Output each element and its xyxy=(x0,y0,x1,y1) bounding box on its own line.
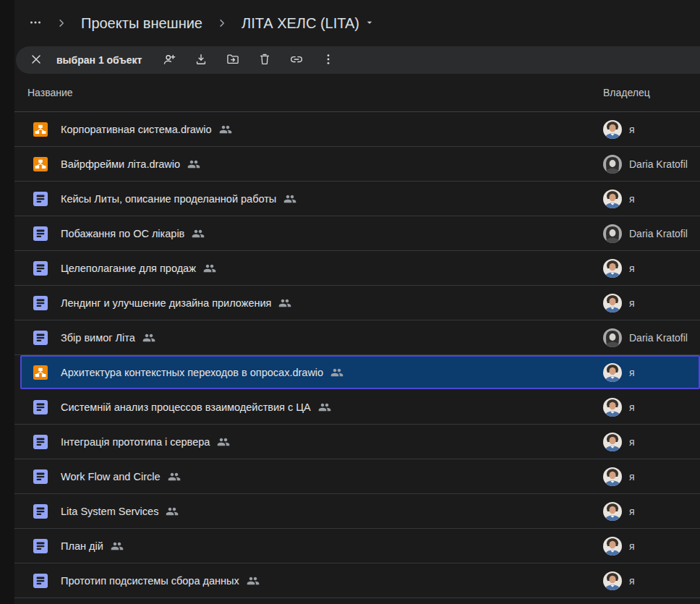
owner-name: я xyxy=(629,367,635,378)
move-to-folder-button[interactable] xyxy=(221,48,244,72)
table-row[interactable]: Кейсы Литы, описание проделанной работыя xyxy=(14,182,700,216)
file-name: Побажання по ОС лікарів xyxy=(61,228,184,239)
shared-people-icon xyxy=(278,297,291,310)
file-name: Вайрфрейми літа.drawio xyxy=(61,158,180,170)
folder-move-icon xyxy=(226,52,240,69)
owner-avatar xyxy=(603,467,622,486)
shared-people-icon xyxy=(192,227,205,240)
table-header: Название Владелец xyxy=(14,74,700,112)
shared-people-icon xyxy=(283,192,296,205)
owner-name: я xyxy=(629,297,635,309)
owner-cell: Daria Kratofil xyxy=(600,155,700,174)
doc-file-icon xyxy=(33,539,48,553)
owner-cell: я xyxy=(600,120,700,139)
shared-people-icon xyxy=(142,331,155,344)
more-actions-button[interactable] xyxy=(317,48,340,72)
owner-cell: Daria Kratofil xyxy=(600,328,700,347)
owner-name: я xyxy=(629,506,635,517)
current-folder-label: ЛІТА ХЕЛС (LITA) xyxy=(242,15,359,32)
breadcrumb: Проекты внешние ЛІТА ХЕЛС (LITA) xyxy=(14,0,700,46)
selection-toolbar-wrap: выбран 1 объект xyxy=(14,46,700,74)
close-icon xyxy=(29,52,43,69)
breadcrumb-current-folder[interactable]: ЛІТА ХЕЛС (LITA) xyxy=(236,12,381,35)
table-row[interactable]: Архитектура контекстных переходов в опро… xyxy=(14,355,700,390)
column-header-owner: Владелец xyxy=(600,87,700,98)
owner-avatar xyxy=(603,155,622,174)
table-row[interactable]: Вайрфрейми літа.drawioDaria Kratofil xyxy=(14,147,700,182)
owner-name: Daria Kratofil xyxy=(629,158,688,170)
selection-count-label: выбран 1 объект xyxy=(56,54,142,66)
table-row[interactable]: Системній анализ процессов взаимодействи… xyxy=(14,390,700,425)
file-name: Lita System Services xyxy=(61,506,158,517)
table-row[interactable]: Збір вимог ЛітаDaria Kratofil xyxy=(14,320,700,355)
owner-name: я xyxy=(629,471,635,482)
table-row[interactable]: Інтеграція прототипа і серверая xyxy=(14,425,700,459)
shared-people-icon xyxy=(168,470,181,483)
file-name: Прототип подсистемы сбора данных xyxy=(61,575,239,587)
table-row[interactable]: Лендинг и улучшение дизайна приложенияя xyxy=(14,286,700,320)
doc-file-icon xyxy=(33,331,48,345)
doc-file-icon xyxy=(33,469,48,484)
table-row[interactable]: Побажання по ОС лікарівDaria Kratofil xyxy=(14,216,700,251)
more-horiz-icon xyxy=(27,14,43,33)
owner-cell: я xyxy=(600,398,700,417)
table-row[interactable]: Work Flow and Circleя xyxy=(14,459,700,494)
file-name: Корпоративная система.drawio xyxy=(61,124,212,135)
more-vert-icon xyxy=(321,52,336,69)
drawio-file-icon xyxy=(33,365,48,380)
table-row[interactable]: Lita System Servicesя xyxy=(14,494,700,529)
table-row[interactable]: Прототип подсистемы сбора данныхя xyxy=(14,563,700,598)
owner-name: я xyxy=(629,263,635,274)
owner-avatar xyxy=(603,294,622,312)
doc-file-icon xyxy=(33,296,48,310)
doc-file-icon xyxy=(33,226,48,241)
share-add-person-button[interactable] xyxy=(158,48,181,72)
link-icon xyxy=(289,52,304,69)
doc-file-icon xyxy=(33,400,48,414)
file-name: План дій xyxy=(61,540,103,552)
column-header-name[interactable]: Название xyxy=(27,87,73,98)
breadcrumb-parent-folder[interactable]: Проекты внешние xyxy=(75,12,208,35)
table-row[interactable]: Целеполагание для продажя xyxy=(14,251,700,286)
owner-avatar xyxy=(603,259,622,278)
shared-people-icon xyxy=(247,574,260,587)
caret-down-icon xyxy=(364,15,375,32)
owner-name: я xyxy=(629,401,635,413)
table-row[interactable]: План дійя xyxy=(14,529,700,563)
owner-avatar xyxy=(603,433,622,451)
selection-toolbar: выбран 1 объект xyxy=(16,46,700,74)
owner-avatar xyxy=(603,190,622,208)
owner-avatar xyxy=(603,502,622,521)
owner-cell: я xyxy=(600,259,700,278)
doc-file-icon xyxy=(33,435,48,449)
file-name: Збір вимог Літа xyxy=(61,332,135,344)
chevron-right-icon xyxy=(215,17,229,30)
download-button[interactable] xyxy=(189,48,213,72)
drawio-file-icon xyxy=(33,157,48,171)
download-icon xyxy=(194,52,208,69)
shared-people-icon xyxy=(203,262,216,275)
table-row[interactable]: Корпоративная система.drawioя xyxy=(14,112,700,147)
doc-file-icon xyxy=(33,504,48,519)
file-name: Work Flow and Circle xyxy=(61,471,161,482)
clear-selection-button[interactable] xyxy=(25,48,48,72)
owner-name: я xyxy=(629,436,635,448)
chevron-right-icon xyxy=(55,17,68,30)
drawio-file-icon xyxy=(33,122,48,137)
owner-name: я xyxy=(629,575,635,587)
delete-button[interactable] xyxy=(253,48,276,72)
copy-link-button[interactable] xyxy=(285,48,308,72)
owner-cell: Daria Kratofil xyxy=(600,224,700,243)
shared-people-icon xyxy=(217,435,230,448)
owner-cell: я xyxy=(600,467,700,486)
owner-name: я xyxy=(629,540,635,552)
owner-avatar xyxy=(603,328,622,347)
owner-name: я xyxy=(629,193,635,205)
file-name: Архитектура контекстных переходов в опро… xyxy=(61,367,323,378)
shared-people-icon xyxy=(111,540,124,553)
owner-cell: я xyxy=(600,433,700,451)
breadcrumb-more-button[interactable] xyxy=(23,11,48,35)
doc-file-icon xyxy=(33,261,48,276)
owner-avatar xyxy=(603,224,622,243)
owner-avatar xyxy=(603,571,622,590)
